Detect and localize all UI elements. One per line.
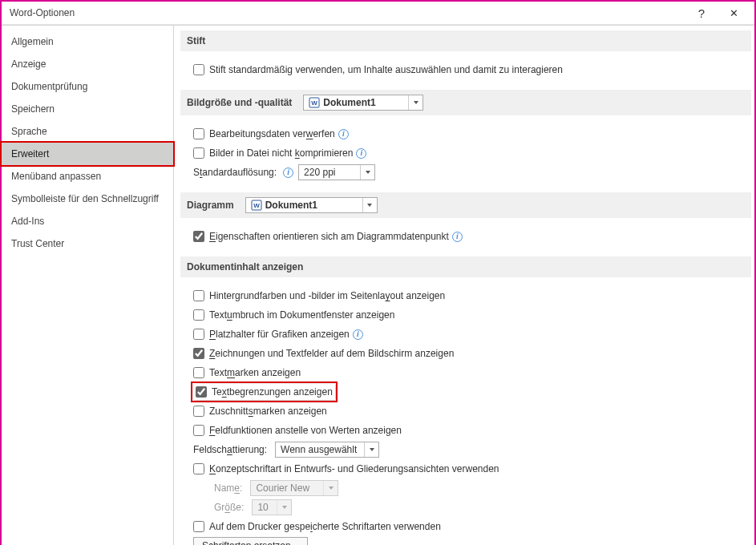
sidebar-item-allgemein[interactable]: Allgemein [2,30,173,53]
checkbox-cropmarks-input[interactable] [193,406,204,417]
info-icon[interactable]: i [356,148,366,159]
section-dokinhalt-header: Dokumentinhalt anzeigen [180,256,751,277]
sidebar-item-schnellzugriff[interactable]: Symbolleiste für den Schnellzugriff [2,188,173,210]
checkbox-cropmarks-label: Zuschnittsmarken anzeigen [209,406,327,417]
word-doc-icon: W [251,200,262,211]
checkbox-textboundaries[interactable]: Textbegrenzungen anzeigen [196,386,333,398]
resolution-label: Standardauflösung: [193,167,277,178]
checkbox-bg-colors[interactable]: Hintergrundfarben und -bilder im Seitenl… [193,290,445,301]
section-dokinhalt-body: Hintergrundfarben und -bilder im Seitenl… [180,277,751,545]
checkbox-no-compress-input[interactable] [193,147,204,159]
chevron-down-icon [408,95,422,110]
checkbox-use-pen[interactable]: Stift standardmäßig verwenden, um Inhalt… [193,64,563,75]
checkbox-bookmarks-label: Textmarken anzeigen [209,367,301,378]
chevron-down-icon [364,442,378,457]
section-diagramm-header: Diagramm W Dokument1 [180,192,751,218]
checkbox-printerfonts-label: Auf dem Drucker gespeicherte Schriftarte… [209,521,441,532]
options-scrollpane[interactable]: Stift Stift standardmäßig verwenden, um … [174,26,754,545]
svg-text:W: W [312,99,318,107]
replace-fonts-button[interactable]: Schriftarten ersetzen... [193,537,308,545]
fontname-select: Courier New [250,480,338,496]
checkbox-no-compress[interactable]: Bilder in Datei nicht komprimieren [193,147,353,159]
word-doc-icon: W [309,97,320,108]
fontname-value: Courier New [256,482,323,494]
checkbox-wrap[interactable]: Textumbruch im Dokumentfenster anzeigen [193,309,394,321]
sidebar-item-anzeige[interactable]: Anzeige [2,53,173,75]
help-icon: ? [698,6,705,20]
chevron-down-icon [277,500,291,515]
chevron-down-icon [323,481,338,495]
checkbox-discard-edit-label: Bearbeitungsdaten verwerfen [209,128,335,139]
checkbox-draftfont-input[interactable] [193,463,204,474]
checkbox-fieldcodes[interactable]: Feldfunktionen anstelle von Werten anzei… [193,425,402,436]
checkbox-textboundaries-input[interactable] [196,386,207,398]
info-icon[interactable]: i [353,329,363,340]
image-target-doc-select[interactable]: W Dokument1 [303,95,423,111]
sidebar-item-erweitert[interactable]: Erweitert [2,143,173,165]
help-button[interactable]: ? [685,2,718,24]
checkbox-cropmarks[interactable]: Zuschnittsmarken anzeigen [193,406,327,417]
chevron-down-icon [362,198,377,212]
sidebar-item-dokumentpruefung[interactable]: Dokumentprüfung [2,75,173,98]
checkbox-textboundaries-label: Textbegrenzungen anzeigen [212,386,333,398]
checkbox-discard-edit-input[interactable] [193,128,204,139]
checkbox-drawings-input[interactable] [193,348,204,359]
resolution-value: 220 ppi [304,167,360,178]
close-icon: ✕ [730,7,738,19]
info-icon[interactable]: i [452,232,463,242]
checkbox-drawings-label: Zeichnungen und Textfelder auf dem Bilds… [209,348,454,359]
info-icon[interactable]: i [283,168,293,178]
checkbox-placeholders-input[interactable] [193,329,204,340]
replace-fonts-button-label: Schriftarten ersetzen... [202,540,299,545]
checkbox-placeholders-label: Platzhalter für Grafiken anzeigen [209,329,350,340]
close-button[interactable]: ✕ [718,2,750,24]
sidebar: Allgemein Anzeige Dokumentprüfung Speich… [2,26,174,545]
fontsize-select: 10 [252,499,292,515]
section-bild-title: Bildgröße und -qualität [187,97,292,108]
checkbox-use-pen-input[interactable] [193,64,204,75]
fontsize-label: Größe: [214,502,244,513]
checkbox-no-compress-label: Bilder in Datei nicht komprimieren [209,147,353,159]
fontname-label: Name: [214,482,242,494]
fieldshading-value: Wenn ausgewählt [281,444,364,455]
checkbox-wrap-input[interactable] [193,309,204,321]
checkbox-placeholders[interactable]: Platzhalter für Grafiken anzeigen [193,329,350,340]
checkbox-bg-colors-input[interactable] [193,290,204,301]
checkbox-bookmarks[interactable]: Textmarken anzeigen [193,367,301,378]
image-target-doc-value: Dokument1 [323,97,408,108]
checkbox-printerfonts[interactable]: Auf dem Drucker gespeicherte Schriftarte… [193,521,441,532]
section-bild-body: Bearbeitungsdaten verwerfen i Bilder in … [180,115,751,191]
checkbox-fieldcodes-label: Feldfunktionen anstelle von Werten anzei… [209,425,402,436]
checkbox-textboundaries-highlight: Textbegrenzungen anzeigen [193,384,335,400]
chart-target-doc-value: Dokument1 [265,200,362,211]
sidebar-item-trustcenter[interactable]: Trust Center [2,232,173,255]
checkbox-printerfonts-input[interactable] [193,521,204,532]
titlebar: Word-Optionen ? ✕ [2,2,754,25]
checkbox-draftfont[interactable]: Konzeptschriftart in Entwurfs- und Glied… [193,463,499,474]
checkbox-chart-props[interactable]: Eigenschaften orientieren sich am Diagra… [193,231,449,242]
checkbox-drawings[interactable]: Zeichnungen und Textfelder auf dem Bilds… [193,348,454,359]
checkbox-chart-props-label: Eigenschaften orientieren sich am Diagra… [209,231,449,242]
checkbox-fieldcodes-input[interactable] [193,425,204,436]
checkbox-bg-colors-label: Hintergrundfarben und -bilder im Seitenl… [209,290,445,301]
checkbox-wrap-label: Textumbruch im Dokumentfenster anzeigen [209,309,394,321]
window-title: Word-Optionen [10,7,685,18]
checkbox-discard-edit[interactable]: Bearbeitungsdaten verwerfen [193,128,335,139]
info-icon[interactable]: i [338,129,349,139]
fontsize-value: 10 [257,502,277,513]
checkbox-chart-props-input[interactable] [193,231,204,242]
sidebar-item-sprache[interactable]: Sprache [2,120,173,143]
checkbox-draftfont-label: Konzeptschriftart in Entwurfs- und Glied… [209,463,499,474]
section-stift-header: Stift [180,30,751,51]
sidebar-item-speichern[interactable]: Speichern [2,98,173,120]
sidebar-item-addins[interactable]: Add-Ins [2,210,173,232]
checkbox-bookmarks-input[interactable] [193,367,204,378]
chevron-down-icon [360,165,374,180]
fieldshading-select[interactable]: Wenn ausgewählt [275,442,379,458]
resolution-select[interactable]: 220 ppi [298,164,375,180]
section-bild-header: Bildgröße und -qualität W Dokument1 [180,90,751,115]
chart-target-doc-select[interactable]: W Dokument1 [245,197,378,213]
sidebar-item-menueband[interactable]: Menüband anpassen [2,165,173,188]
section-diagramm-title: Diagramm [187,200,234,211]
svg-text:W: W [253,202,260,209]
